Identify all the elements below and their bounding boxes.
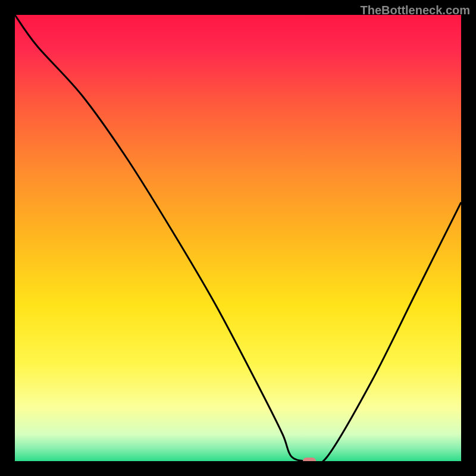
gradient-background — [15, 15, 461, 461]
watermark-text: TheBottleneck.com — [361, 4, 470, 17]
chart-svg — [15, 15, 461, 461]
marker-dot — [303, 458, 316, 461]
chart-container — [15, 15, 461, 461]
